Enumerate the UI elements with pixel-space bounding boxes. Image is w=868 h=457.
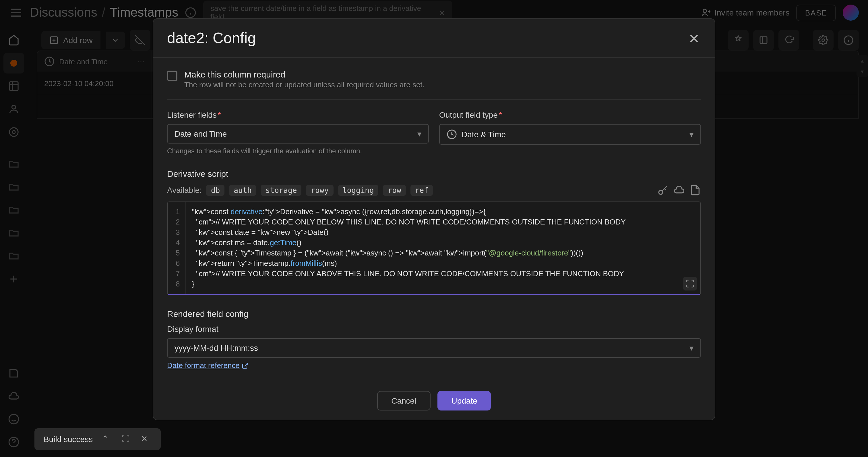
key-icon[interactable] [657,184,669,196]
toast-message: Build success [43,435,93,444]
available-label: Available: [167,185,202,194]
avail-chip[interactable]: rowy [306,185,333,195]
code-editor[interactable]: 12345678 "kw">const derivative:"ty">Deri… [167,202,701,295]
document-icon[interactable] [689,184,701,196]
display-format-select[interactable]: yyyy-MM-dd HH:mm:ss ▾ [167,338,701,358]
rendered-section-title: Rendered field config [167,309,701,318]
listener-label: Listener fields* [167,110,429,119]
avail-chip[interactable]: row [383,185,406,195]
required-title: Make this column required [184,69,425,79]
required-checkbox[interactable] [167,71,177,81]
config-modal: date2: Config Make this column required … [153,19,715,420]
fullscreen-icon[interactable] [683,277,697,291]
output-select[interactable]: Date & Time ▾ [439,124,701,145]
build-toast: Build success ⌃ ⛶ ✕ [34,428,160,450]
display-format-label: Display format [167,324,701,334]
line-gutter: 12345678 [167,202,186,294]
display-format-value: yyyy-MM-dd HH:mm:ss [175,343,258,353]
expand-up-icon[interactable]: ⌃ [102,434,112,445]
svg-point-37 [659,191,662,194]
cloud-icon[interactable] [673,184,685,196]
avail-chip[interactable]: ref [410,185,433,195]
avail-chip[interactable]: logging [338,185,379,195]
required-subtitle: The row will not be created or updated u… [184,80,425,89]
avail-chip[interactable]: db [206,185,224,195]
close-icon[interactable]: ✕ [141,434,151,445]
listener-hint: Changes to these fields will trigger the… [167,147,429,155]
modal-backdrop[interactable]: date2: Config Make this column required … [0,0,868,457]
chevron-down-icon: ▾ [689,343,693,353]
chevron-down-icon: ▾ [417,129,422,139]
modal-title: date2: Config [167,29,256,47]
avail-chip[interactable]: storage [261,185,302,195]
format-reference-link[interactable]: Date format reference [167,361,249,370]
listener-select[interactable]: Date and Time ▾ [167,124,429,144]
close-icon[interactable] [687,31,701,45]
code-content[interactable]: "kw">const derivative:"ty">Derivative = … [186,202,701,294]
listener-value: Date and Time [175,129,227,139]
output-label: Output field type* [439,110,701,119]
update-button[interactable]: Update [437,391,491,410]
output-value: Date & Time [462,130,506,139]
script-section-title: Derivative script [167,169,701,179]
chevron-down-icon: ▾ [689,130,693,139]
fullscreen-icon[interactable]: ⛶ [121,434,132,445]
svg-line-38 [245,363,248,366]
avail-chip[interactable]: auth [229,185,256,195]
cancel-button[interactable]: Cancel [377,391,431,410]
